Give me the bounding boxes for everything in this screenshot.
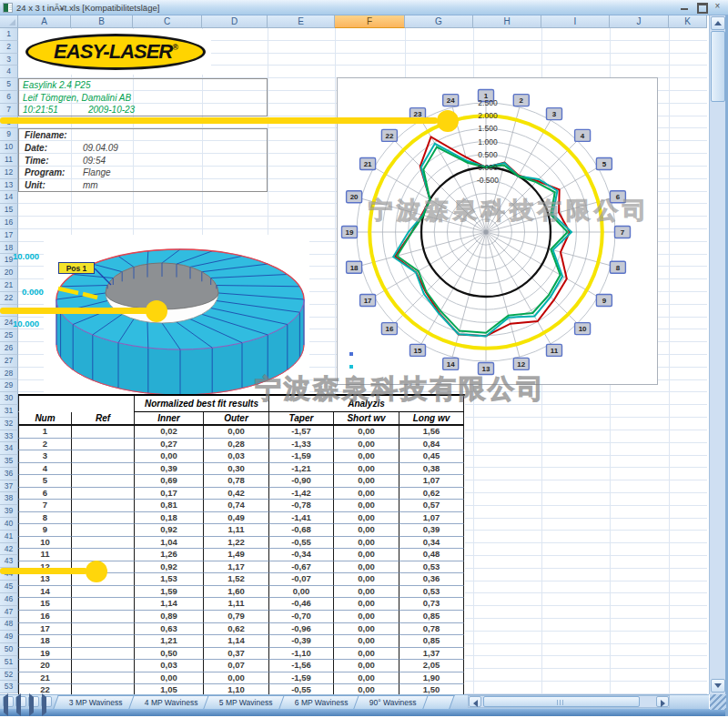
table-cell[interactable] — [71, 450, 134, 463]
table-cell[interactable]: 0,00 — [333, 500, 399, 512]
row-header-10[interactable]: 10 — [0, 141, 18, 154]
column-header-C[interactable]: C — [133, 15, 202, 28]
table-cell[interactable] — [71, 488, 134, 500]
row-header-39[interactable]: 39 — [0, 505, 18, 518]
table-cell[interactable]: 1,26 — [134, 549, 203, 561]
row-header-4[interactable]: 4 — [0, 66, 18, 78]
sheet-tab-3-mp-waviness[interactable]: 3 MP Waviness — [53, 695, 138, 709]
table-cell[interactable]: -0,34 — [268, 549, 333, 561]
table-cell[interactable]: 0,49 — [203, 512, 268, 525]
table-cell[interactable]: -1,42 — [268, 488, 333, 500]
table-cell[interactable]: 0,00 — [333, 524, 399, 537]
table-cell[interactable]: 0,53 — [399, 586, 464, 599]
table-cell[interactable]: 0,85 — [399, 611, 464, 623]
table-cell[interactable]: 1,22 — [203, 537, 268, 550]
table-cell[interactable]: 0,38 — [399, 463, 464, 476]
row-header-48[interactable]: 48 — [0, 618, 18, 631]
table-cell[interactable]: 1 — [18, 426, 71, 439]
table-cell[interactable]: 0,00 — [333, 573, 399, 586]
table-cell[interactable] — [71, 586, 134, 599]
table-cell[interactable]: 0,45 — [399, 450, 464, 463]
row-header-53[interactable]: 53 — [0, 681, 18, 693]
table-cell[interactable]: 0,53 — [399, 561, 464, 574]
last-sheet-button[interactable] — [41, 696, 52, 707]
easy-laser-logo[interactable]: EASY-LASER® — [25, 34, 206, 70]
table-cell[interactable]: 0,00 — [333, 611, 399, 623]
first-sheet-button[interactable] — [3, 696, 14, 707]
table-cell[interactable]: 13 — [18, 573, 71, 586]
table-cell[interactable]: 0,28 — [203, 439, 268, 451]
table-cell[interactable] — [71, 463, 134, 476]
table-cell[interactable]: 1,21 — [134, 635, 203, 648]
table-cell[interactable]: 0,02 — [134, 426, 203, 439]
table-cell[interactable]: 1,49 — [203, 549, 268, 561]
table-cell[interactable]: 18 — [18, 635, 71, 648]
table-cell[interactable]: -0,70 — [268, 611, 333, 623]
table-cell[interactable]: 0,89 — [134, 611, 203, 623]
row-header-1[interactable]: 1 — [0, 28, 18, 41]
column-header-A[interactable]: A — [18, 15, 71, 28]
sheet-tab-5-mp-waviness[interactable]: 5 MP Waviness — [203, 695, 288, 709]
row-header-46[interactable]: 46 — [0, 593, 18, 606]
table-cell[interactable]: 0,17 — [134, 488, 203, 500]
row-header-30[interactable]: 30 — [0, 392, 18, 405]
table-cell[interactable]: 0,48 — [399, 549, 464, 561]
row-header-42[interactable]: 42 — [0, 543, 18, 556]
table-cell[interactable] — [71, 475, 134, 488]
table-cell[interactable]: 0,00 — [333, 660, 399, 672]
table-cell[interactable]: 9 — [18, 524, 71, 537]
sheet-tab-partial[interactable] — [422, 695, 454, 709]
table-cell[interactable]: 0,36 — [399, 573, 464, 586]
column-header-I[interactable]: I — [541, 15, 610, 28]
table-cell[interactable]: 0,57 — [399, 500, 464, 512]
table-cell[interactable]: 0,00 — [333, 537, 399, 550]
table-cell[interactable]: -0,68 — [268, 524, 333, 537]
table-cell[interactable] — [71, 512, 134, 525]
table-cell[interactable] — [71, 426, 134, 439]
table-cell[interactable]: 0,84 — [399, 439, 464, 451]
table-cell[interactable]: 0,00 — [333, 672, 399, 685]
table-cell[interactable]: 6 — [18, 488, 71, 500]
scroll-up-button[interactable] — [711, 16, 725, 30]
table-cell[interactable]: 7 — [18, 500, 71, 512]
horizontal-scroll-thumb[interactable] — [483, 696, 640, 707]
table-cell[interactable]: 17 — [18, 623, 71, 636]
row-header-13[interactable]: 13 — [0, 179, 18, 192]
table-cell[interactable]: 1,53 — [134, 573, 203, 586]
row-header-14[interactable]: 14 — [0, 191, 18, 204]
prev-sheet-button[interactable] — [15, 696, 26, 707]
row-header-15[interactable]: 15 — [0, 204, 18, 217]
table-cell[interactable] — [71, 611, 134, 623]
table-cell[interactable]: -0,55 — [268, 537, 333, 550]
scroll-right-button[interactable] — [656, 696, 669, 707]
row-header-32[interactable]: 32 — [0, 418, 18, 430]
table-cell[interactable]: 1,37 — [399, 648, 464, 661]
table-cell[interactable]: 0,00 — [333, 463, 399, 476]
table-cell[interactable]: 1,90 — [399, 672, 464, 685]
table-cell[interactable]: 0,07 — [203, 660, 268, 672]
row-header-9[interactable]: 9 — [0, 128, 18, 141]
row-header-29[interactable]: 29 — [0, 379, 18, 392]
sheet-tab-4-mp-waviness[interactable]: 4 MP Waviness — [128, 695, 214, 709]
table-cell[interactable]: 0,30 — [203, 463, 268, 476]
column-header-F[interactable]: F — [335, 15, 405, 28]
table-cell[interactable]: 0,00 — [134, 672, 203, 685]
row-header-7[interactable]: 7 — [0, 104, 18, 116]
table-cell[interactable]: 1,07 — [399, 512, 464, 525]
table-cell[interactable]: 10 — [18, 537, 71, 550]
table-cell[interactable]: 0,03 — [203, 450, 268, 463]
table-cell[interactable]: 0,00 — [333, 512, 399, 525]
row-header-5[interactable]: 5 — [0, 78, 18, 91]
table-cell[interactable]: -1,10 — [268, 648, 333, 661]
table-cell[interactable]: 0,00 — [268, 586, 333, 599]
row-header-35[interactable]: 35 — [0, 455, 18, 468]
table-cell[interactable]: 0,00 — [134, 450, 203, 463]
table-cell[interactable]: 0,79 — [203, 611, 268, 623]
table-cell[interactable]: -0,07 — [268, 573, 333, 586]
table-cell[interactable]: -0,46 — [268, 598, 333, 611]
best-fit-results-table[interactable]: Normalized best fit resultsAnalyzisNumRe… — [18, 394, 465, 697]
row-header-50[interactable]: 50 — [0, 643, 18, 656]
row-header-20[interactable]: 20 — [0, 267, 18, 279]
ring-3d-chart[interactable] — [44, 235, 309, 399]
row-header-34[interactable]: 34 — [0, 442, 18, 455]
